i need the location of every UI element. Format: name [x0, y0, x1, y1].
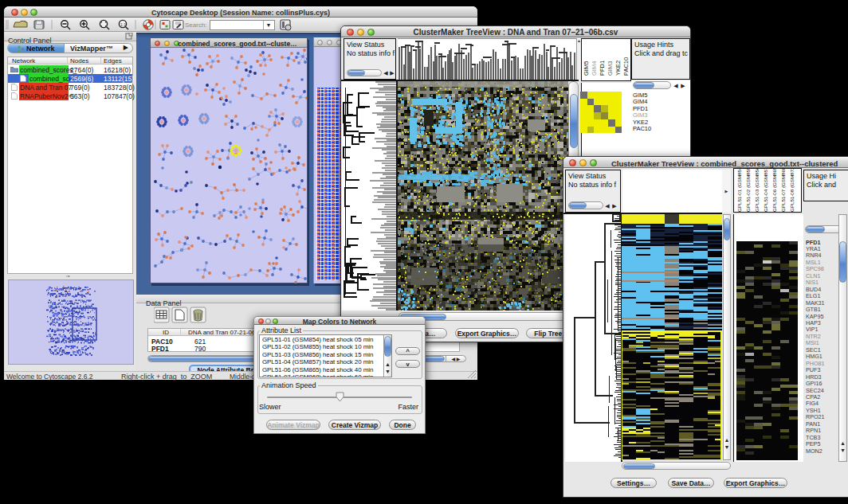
svg-text:1:1: 1:1: [120, 22, 126, 27]
